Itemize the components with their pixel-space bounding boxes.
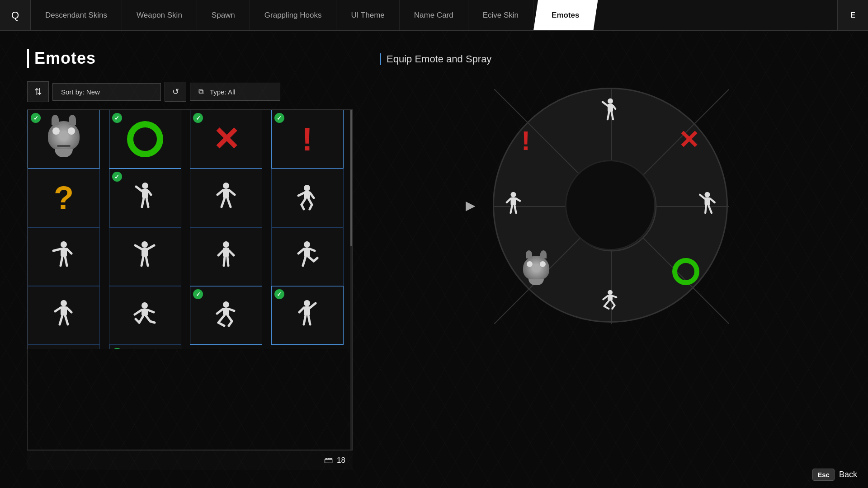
emote-cell-figure8[interactable] (28, 286, 100, 345)
emote-cell-red-x[interactable]: ✓ ✕ (190, 110, 262, 169)
svg-point-0 (142, 183, 148, 189)
wheel-item-top[interactable] (600, 98, 621, 125)
tab-weapon-skin[interactable]: Weapon Skin (122, 0, 197, 30)
sort-icon-btn[interactable]: ⇅ (27, 81, 49, 102)
svg-line-94 (608, 112, 609, 119)
tab-spawn[interactable]: Spawn (197, 0, 250, 30)
svg-line-48 (67, 308, 71, 312)
svg-line-63 (218, 315, 225, 323)
emote-cell-green-circle[interactable]: ✓ (109, 110, 181, 169)
filter-bar: ⇅ Sort by: New ↺ ⧉ Type: All (27, 81, 353, 102)
tab-ecive-skin[interactable]: Ecive Skin (468, 0, 533, 30)
wheel-item-left[interactable] (503, 192, 524, 219)
emote-cell-mascot[interactable]: ✓ (28, 110, 100, 169)
reset-button[interactable]: ↺ (165, 82, 186, 102)
svg-rect-1 (142, 189, 148, 198)
esc-key-badge: Esc (812, 469, 835, 481)
emote-cell-figure13[interactable]: ✓ (109, 345, 181, 349)
svg-line-71 (304, 315, 306, 324)
tab-name-card[interactable]: Name Card (400, 0, 468, 30)
inventory-icon: 🗃 (324, 455, 333, 465)
svg-line-100 (705, 205, 706, 213)
emote-cell-figure3[interactable] (271, 169, 344, 227)
emote-cell-figure4[interactable] (28, 227, 100, 286)
equipped-badge-8: ✓ (112, 348, 122, 349)
svg-line-23 (67, 249, 71, 253)
svg-point-38 (304, 241, 310, 248)
svg-line-8 (217, 190, 223, 195)
page-title: Emotes (27, 49, 353, 68)
emote-cell-figure10[interactable]: ✓ (190, 286, 262, 345)
mascot-icon (46, 121, 82, 157)
item-count: 18 (337, 456, 345, 465)
svg-point-90 (608, 99, 613, 104)
type-filter-button[interactable]: ⧉ Type: All (190, 83, 280, 101)
svg-line-62 (229, 309, 234, 311)
wheel-item-right[interactable] (697, 192, 717, 219)
wheel-green-circle (672, 258, 699, 285)
left-panel: Emotes ⇅ Sort by: New ↺ ⧉ Type: All (27, 49, 353, 470)
svg-line-31 (146, 257, 148, 266)
svg-line-11 (227, 198, 231, 207)
emote-cell-figure12[interactable] (28, 345, 100, 349)
tab-grappling-hooks[interactable]: Grappling Hooks (250, 0, 337, 30)
cursor-arrow: ▶ (466, 198, 476, 213)
svg-line-28 (135, 245, 142, 249)
reset-icon: ↺ (172, 87, 179, 97)
svg-line-42 (303, 257, 306, 266)
nav-icon-right[interactable]: E (837, 0, 868, 30)
svg-line-61 (217, 309, 223, 314)
svg-line-72 (308, 315, 310, 324)
emote-cell-figure9[interactable] (109, 286, 181, 345)
svg-line-49 (60, 315, 62, 324)
svg-line-5 (146, 198, 148, 207)
svg-line-104 (603, 296, 608, 300)
equipped-badge-7: ✓ (274, 289, 284, 299)
equip-title: Equip Emote and Spray (380, 53, 841, 65)
svg-line-56 (136, 319, 139, 323)
bottom-bar: Esc Back (802, 461, 868, 488)
figure-raise (295, 300, 320, 331)
tab-descendant-skins[interactable]: Descendant Skins (31, 0, 122, 30)
svg-line-19 (310, 205, 312, 209)
svg-line-24 (61, 257, 62, 266)
emote-cell-figure5[interactable] (109, 227, 181, 286)
svg-line-99 (710, 198, 715, 202)
sort-icon: ⇅ (34, 86, 42, 97)
emote-cell-figure1[interactable]: ✓ (109, 169, 181, 227)
svg-line-40 (298, 249, 304, 253)
svg-line-92 (603, 102, 608, 106)
tab-ui-theme[interactable]: UI Theme (336, 0, 399, 30)
emote-cell-figure11[interactable]: ✓ (271, 286, 344, 345)
equipped-badge-2: ✓ (112, 113, 122, 123)
emote-cell-question[interactable]: ? (28, 169, 100, 227)
count-bar: 🗃 18 (27, 450, 353, 470)
svg-line-58 (150, 321, 155, 323)
wheel-item-bottom[interactable] (598, 290, 623, 312)
emote-cell-figure6[interactable] (190, 227, 262, 286)
svg-line-41 (310, 249, 315, 251)
nav-icon-left[interactable]: Q (0, 0, 31, 30)
green-circle-icon (127, 121, 163, 157)
svg-point-26 (142, 241, 148, 248)
wheel-item-bottom-right[interactable] (672, 258, 699, 285)
wheel-item-top-left[interactable]: ! (521, 125, 530, 156)
svg-line-69 (299, 308, 304, 312)
svg-line-107 (604, 306, 609, 309)
equipped-badge-5: ✓ (112, 172, 122, 182)
wheel-item-top-right[interactable]: ✕ (678, 125, 699, 155)
emote-cell-figure7[interactable] (271, 227, 344, 286)
svg-point-6 (223, 183, 229, 189)
equipped-badge: ✓ (31, 113, 41, 123)
emote-cell-figure2[interactable] (190, 169, 262, 227)
svg-line-29 (148, 245, 154, 249)
svg-line-106 (604, 300, 609, 306)
svg-line-53 (135, 310, 142, 314)
wheel-outer: ✕ (493, 88, 728, 323)
emote-cell-exclaim[interactable]: ✓ ! (271, 110, 344, 169)
sort-button[interactable]: Sort by: New (52, 83, 161, 101)
tab-emotes[interactable]: Emotes (533, 0, 598, 30)
scrollbar[interactable] (350, 110, 352, 450)
wheel-item-bottom-left[interactable] (521, 256, 551, 285)
svg-line-4 (142, 198, 144, 207)
